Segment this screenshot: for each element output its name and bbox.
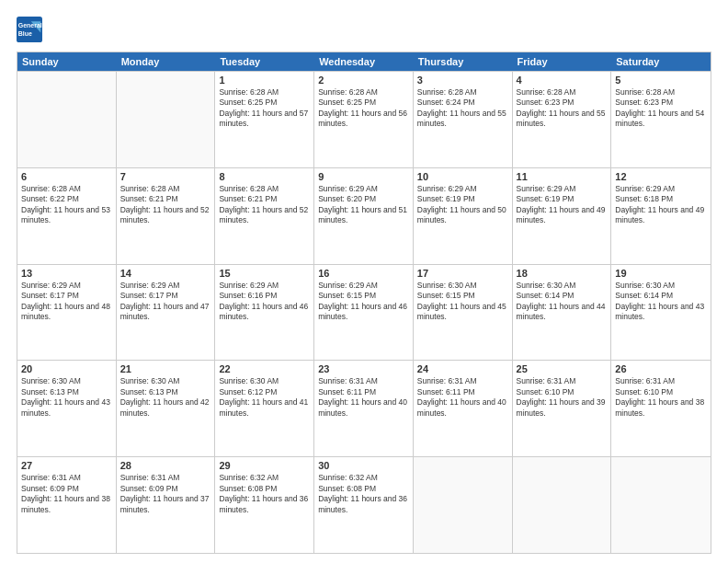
day-cell: 20Sunrise: 6:30 AMSunset: 6:13 PMDayligh… [17,361,117,456]
day-number: 6 [21,171,112,182]
day-cell: 8Sunrise: 6:28 AMSunset: 6:21 PMDaylight… [215,168,314,264]
day-number: 26 [615,363,707,374]
week-row-1: 1Sunrise: 6:28 AMSunset: 6:25 PMDaylight… [17,71,711,167]
day-info: Sunrise: 6:28 AMSunset: 6:23 PMDaylight:… [615,87,707,130]
day-info: Sunrise: 6:29 AMSunset: 6:19 PMDaylight:… [517,184,608,226]
day-cell: 27Sunrise: 6:31 AMSunset: 6:09 PMDayligh… [17,457,117,553]
day-number: 29 [219,460,310,471]
day-number: 11 [517,171,608,182]
day-cell [17,72,117,167]
day-cell: 1Sunrise: 6:28 AMSunset: 6:25 PMDaylight… [215,72,314,167]
day-cell: 21Sunrise: 6:30 AMSunset: 6:13 PMDayligh… [117,361,216,456]
day-number: 14 [120,268,211,279]
day-cell: 12Sunrise: 6:29 AMSunset: 6:18 PMDayligh… [611,168,711,264]
day-cell: 4Sunrise: 6:28 AMSunset: 6:23 PMDaylight… [513,72,612,167]
day-number: 16 [318,268,409,279]
logo-icon: General Blue [17,17,42,42]
day-cell [611,457,711,553]
week-row-3: 13Sunrise: 6:29 AMSunset: 6:17 PMDayligh… [17,264,711,361]
day-cell: 23Sunrise: 6:31 AMSunset: 6:11 PMDayligh… [314,361,414,456]
day-number: 24 [417,363,508,374]
day-cell [513,457,612,553]
day-info: Sunrise: 6:29 AMSunset: 6:16 PMDaylight:… [219,281,310,323]
day-info: Sunrise: 6:28 AMSunset: 6:21 PMDaylight:… [120,184,211,226]
svg-text:Blue: Blue [18,30,32,37]
day-number: 10 [417,171,508,182]
logo: General Blue [17,17,42,42]
day-info: Sunrise: 6:31 AMSunset: 6:09 PMDaylight:… [120,473,211,515]
day-info: Sunrise: 6:30 AMSunset: 6:14 PMDaylight:… [517,281,608,323]
calendar-header: SundayMondayTuesdayWednesdayThursdayFrid… [17,52,711,71]
page: General Blue SundayMondayTuesdayWednesda… [0,0,728,563]
day-info: Sunrise: 6:29 AMSunset: 6:15 PMDaylight:… [318,281,409,323]
calendar-body: 1Sunrise: 6:28 AMSunset: 6:25 PMDaylight… [17,71,711,553]
day-info: Sunrise: 6:28 AMSunset: 6:22 PMDaylight:… [21,184,112,226]
day-number: 3 [417,75,508,86]
day-info: Sunrise: 6:31 AMSunset: 6:10 PMDaylight:… [615,376,707,419]
day-cell: 19Sunrise: 6:30 AMSunset: 6:14 PMDayligh… [611,265,711,361]
day-cell: 25Sunrise: 6:31 AMSunset: 6:10 PMDayligh… [513,361,612,456]
day-info: Sunrise: 6:28 AMSunset: 6:24 PMDaylight:… [417,87,508,130]
day-info: Sunrise: 6:31 AMSunset: 6:11 PMDaylight:… [417,376,508,419]
day-cell: 30Sunrise: 6:32 AMSunset: 6:08 PMDayligh… [314,457,414,553]
day-info: Sunrise: 6:31 AMSunset: 6:10 PMDaylight:… [517,376,608,419]
day-cell: 6Sunrise: 6:28 AMSunset: 6:22 PMDaylight… [17,168,117,264]
day-info: Sunrise: 6:28 AMSunset: 6:21 PMDaylight:… [219,184,310,226]
day-cell: 15Sunrise: 6:29 AMSunset: 6:16 PMDayligh… [215,265,314,361]
calendar: SundayMondayTuesdayWednesdayThursdayFrid… [17,52,711,554]
day-number: 25 [517,363,608,374]
header-cell-monday: Monday [117,52,216,71]
day-number: 19 [615,268,707,279]
day-info: Sunrise: 6:29 AMSunset: 6:19 PMDaylight:… [417,184,508,226]
day-cell: 2Sunrise: 6:28 AMSunset: 6:25 PMDaylight… [314,72,414,167]
day-info: Sunrise: 6:30 AMSunset: 6:15 PMDaylight:… [417,281,508,323]
svg-text:General: General [18,22,42,29]
day-number: 30 [318,460,409,471]
day-cell: 24Sunrise: 6:31 AMSunset: 6:11 PMDayligh… [414,361,513,456]
day-info: Sunrise: 6:30 AMSunset: 6:14 PMDaylight:… [615,281,707,323]
day-cell: 3Sunrise: 6:28 AMSunset: 6:24 PMDaylight… [414,72,513,167]
day-cell: 29Sunrise: 6:32 AMSunset: 6:08 PMDayligh… [215,457,314,553]
day-number: 13 [21,268,112,279]
day-number: 21 [120,363,211,374]
day-cell [117,72,216,167]
day-number: 8 [219,171,310,182]
week-row-4: 20Sunrise: 6:30 AMSunset: 6:13 PMDayligh… [17,360,711,456]
day-info: Sunrise: 6:28 AMSunset: 6:23 PMDaylight:… [517,87,608,130]
day-cell: 11Sunrise: 6:29 AMSunset: 6:19 PMDayligh… [513,168,612,264]
day-cell: 9Sunrise: 6:29 AMSunset: 6:20 PMDaylight… [314,168,414,264]
day-info: Sunrise: 6:30 AMSunset: 6:12 PMDaylight:… [219,376,310,419]
day-info: Sunrise: 6:31 AMSunset: 6:09 PMDaylight:… [21,473,112,515]
day-cell: 28Sunrise: 6:31 AMSunset: 6:09 PMDayligh… [117,457,216,553]
day-cell: 16Sunrise: 6:29 AMSunset: 6:15 PMDayligh… [314,265,414,361]
day-info: Sunrise: 6:28 AMSunset: 6:25 PMDaylight:… [318,87,409,130]
day-info: Sunrise: 6:28 AMSunset: 6:25 PMDaylight:… [219,87,310,130]
day-cell: 5Sunrise: 6:28 AMSunset: 6:23 PMDaylight… [611,72,711,167]
day-number: 23 [318,363,409,374]
day-number: 28 [120,460,211,471]
day-number: 17 [417,268,508,279]
day-info: Sunrise: 6:29 AMSunset: 6:17 PMDaylight:… [21,281,112,323]
header-cell-thursday: Thursday [414,52,513,71]
day-number: 12 [615,171,707,182]
day-number: 18 [517,268,608,279]
day-cell: 13Sunrise: 6:29 AMSunset: 6:17 PMDayligh… [17,265,117,361]
day-info: Sunrise: 6:30 AMSunset: 6:13 PMDaylight:… [120,376,211,419]
week-row-5: 27Sunrise: 6:31 AMSunset: 6:09 PMDayligh… [17,456,711,553]
day-number: 27 [21,460,112,471]
day-number: 9 [318,171,409,182]
day-number: 5 [615,75,707,86]
day-number: 22 [219,363,310,374]
header-cell-tuesday: Tuesday [215,52,314,71]
day-cell [414,457,513,553]
day-number: 7 [120,171,211,182]
header-cell-saturday: Saturday [611,52,711,71]
header-cell-friday: Friday [513,52,612,71]
day-info: Sunrise: 6:31 AMSunset: 6:11 PMDaylight:… [318,376,409,419]
day-cell: 18Sunrise: 6:30 AMSunset: 6:14 PMDayligh… [513,265,612,361]
day-cell: 7Sunrise: 6:28 AMSunset: 6:21 PMDaylight… [117,168,216,264]
day-info: Sunrise: 6:30 AMSunset: 6:13 PMDaylight:… [21,376,112,419]
day-number: 1 [219,75,310,86]
day-number: 4 [517,75,608,86]
day-info: Sunrise: 6:32 AMSunset: 6:08 PMDaylight:… [318,473,409,515]
